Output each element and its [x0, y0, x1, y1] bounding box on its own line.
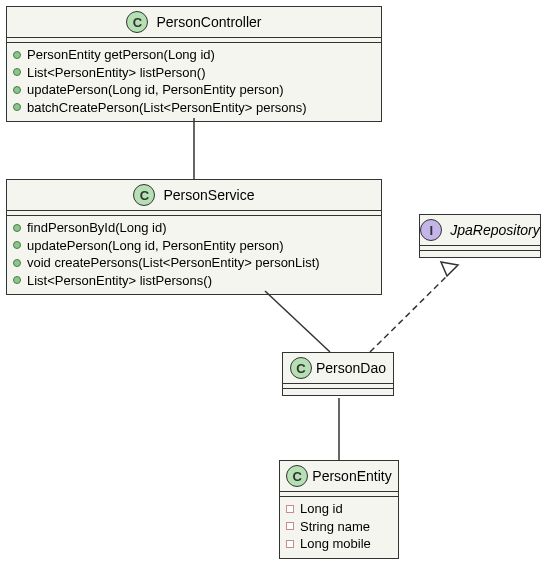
class-person-dao: C PersonDao: [282, 352, 394, 396]
public-icon: [13, 224, 21, 232]
method: void createPersons(List<PersonEntity> pe…: [13, 254, 375, 272]
field-label: Long mobile: [300, 535, 371, 553]
field-label: Long id: [300, 500, 343, 518]
class-person-service: C PersonService findPersonById(Long id) …: [6, 179, 382, 295]
method-label: updatePerson(Long id, PersonEntity perso…: [27, 237, 284, 255]
empty-section: [283, 389, 393, 395]
method-label: List<PersonEntity> listPersons(): [27, 272, 212, 290]
private-icon: [286, 540, 294, 548]
class-icon: C: [133, 184, 155, 206]
edge-service-dao: [265, 291, 330, 352]
empty-section: [420, 251, 540, 257]
methods-section: findPersonById(Long id) updatePerson(Lon…: [7, 216, 381, 294]
class-icon: C: [126, 11, 148, 33]
private-icon: [286, 522, 294, 530]
private-icon: [286, 505, 294, 513]
field: String name: [286, 518, 392, 536]
method-label: findPersonById(Long id): [27, 219, 166, 237]
method-label: List<PersonEntity> listPerson(): [27, 64, 205, 82]
class-header: C PersonDao: [283, 353, 393, 384]
method: updatePerson(Long id, PersonEntity perso…: [13, 237, 375, 255]
method: List<PersonEntity> listPersons(): [13, 272, 375, 290]
class-name: PersonEntity: [312, 468, 391, 484]
class-icon: C: [290, 357, 312, 379]
method: findPersonById(Long id): [13, 219, 375, 237]
method: updatePerson(Long id, PersonEntity perso…: [13, 81, 375, 99]
method-label: void createPersons(List<PersonEntity> pe…: [27, 254, 320, 272]
class-person-entity: C PersonEntity Long id String name Long …: [279, 460, 399, 559]
class-header: I JpaRepository: [420, 215, 540, 246]
fields-section: Long id String name Long mobile: [280, 497, 398, 558]
realization-arrowhead: [441, 262, 458, 276]
class-header: C PersonController: [7, 7, 381, 38]
method: batchCreatePerson(List<PersonEntity> per…: [13, 99, 375, 117]
interface-jpa-repository: I JpaRepository: [419, 214, 541, 258]
class-header: C PersonService: [7, 180, 381, 211]
public-icon: [13, 68, 21, 76]
field: Long mobile: [286, 535, 392, 553]
method-label: PersonEntity getPerson(Long id): [27, 46, 215, 64]
interface-name: JpaRepository: [450, 222, 540, 238]
public-icon: [13, 241, 21, 249]
methods-section: PersonEntity getPerson(Long id) List<Per…: [7, 43, 381, 121]
public-icon: [13, 259, 21, 267]
field-label: String name: [300, 518, 370, 536]
method: List<PersonEntity> listPerson(): [13, 64, 375, 82]
class-name: PersonController: [156, 14, 261, 30]
interface-icon: I: [420, 219, 442, 241]
public-icon: [13, 276, 21, 284]
public-icon: [13, 86, 21, 94]
public-icon: [13, 103, 21, 111]
method: PersonEntity getPerson(Long id): [13, 46, 375, 64]
method-label: batchCreatePerson(List<PersonEntity> per…: [27, 99, 307, 117]
public-icon: [13, 51, 21, 59]
class-icon: C: [286, 465, 308, 487]
class-name: PersonService: [163, 187, 254, 203]
class-name: PersonDao: [316, 360, 386, 376]
class-person-controller: C PersonController PersonEntity getPerso…: [6, 6, 382, 122]
field: Long id: [286, 500, 392, 518]
method-label: updatePerson(Long id, PersonEntity perso…: [27, 81, 284, 99]
class-header: C PersonEntity: [280, 461, 398, 492]
